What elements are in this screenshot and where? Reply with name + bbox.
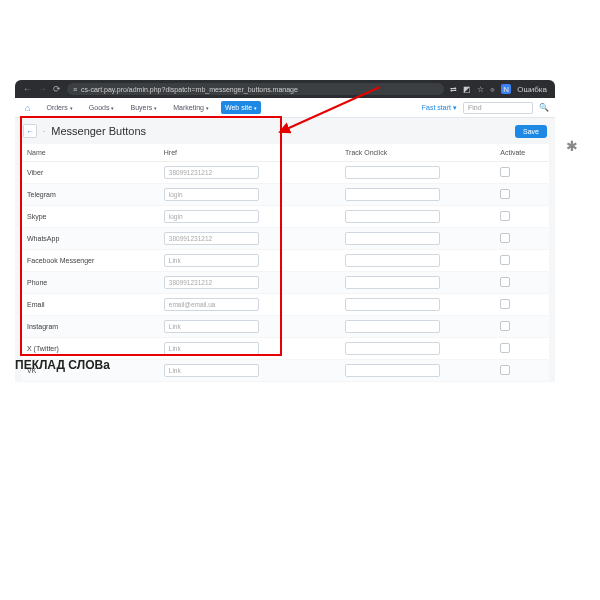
url-bar[interactable]: ≡ cs-cart.pay.pro/admin.php?dispatch=mb_… (67, 83, 444, 95)
col-name: Name (21, 144, 158, 162)
href-input[interactable]: Link (164, 364, 259, 377)
nav-goods[interactable]: Goods▾ (85, 101, 119, 114)
track-input[interactable] (345, 188, 440, 201)
nav-website[interactable]: Web site▾ (221, 101, 261, 114)
page-header: ← · Messenger Buttons Save (15, 118, 555, 144)
track-input[interactable] (345, 364, 440, 377)
track-input[interactable] (345, 276, 440, 289)
track-input[interactable] (345, 298, 440, 311)
table-row: Facebook MessengerLink (21, 250, 549, 272)
table-row: InstagramLink (21, 316, 549, 338)
href-input[interactable]: Link (164, 320, 259, 333)
table-row: WhatsApp380991231212 (21, 228, 549, 250)
activate-checkbox[interactable] (500, 211, 510, 221)
href-input[interactable]: login (164, 188, 259, 201)
row-name: Telegram (21, 184, 158, 206)
href-input[interactable]: login (164, 210, 259, 223)
table-row: Emailemail@email.ua (21, 294, 549, 316)
browser-chrome-bar: ← → ⟳ ≡ cs-cart.pay.pro/admin.php?dispat… (15, 80, 555, 98)
page-title: Messenger Buttons (51, 125, 146, 137)
row-name: Facebook Messenger (21, 250, 158, 272)
home-icon[interactable]: ⌂ (21, 100, 34, 116)
col-track: Track Onclick (315, 144, 494, 162)
admin-top-nav: ⌂ Orders▾ Goods▾ Buyers▾ Marketing▾ Web … (15, 98, 555, 118)
href-input[interactable]: 380991231212 (164, 166, 259, 179)
table-row: X (Twitter)Link (21, 338, 549, 360)
activate-checkbox[interactable] (500, 343, 510, 353)
nav-buyers[interactable]: Buyers▾ (126, 101, 161, 114)
activate-checkbox[interactable] (500, 189, 510, 199)
href-input[interactable]: 380991231212 (164, 276, 259, 289)
activate-checkbox[interactable] (500, 233, 510, 243)
href-input[interactable]: Link (164, 254, 259, 267)
href-input[interactable]: Link (164, 342, 259, 355)
track-input[interactable] (345, 210, 440, 223)
back-button[interactable]: ← (23, 124, 37, 138)
bug-icon[interactable]: ✱ (566, 138, 578, 154)
settings-table: Name Href Track Onclick Activate Viber38… (21, 144, 549, 382)
reload-icon[interactable]: ⟳ (53, 84, 61, 94)
row-name: Instagram (21, 316, 158, 338)
row-name: Viber (21, 162, 158, 184)
search-icon[interactable]: 🔍 (539, 103, 549, 112)
table-row: Viber380991231212 (21, 162, 549, 184)
nav-marketing[interactable]: Marketing▾ (169, 101, 213, 114)
table-row: Phone380991231212 (21, 272, 549, 294)
nav-forward-icon[interactable]: → (38, 84, 47, 94)
track-input[interactable] (345, 320, 440, 333)
row-name: Email (21, 294, 158, 316)
col-href: Href (158, 144, 315, 162)
nav-back-icon[interactable]: ← (23, 84, 32, 94)
nav-orders[interactable]: Orders▾ (42, 101, 76, 114)
activate-checkbox[interactable] (500, 255, 510, 265)
href-input[interactable]: 380991231212 (164, 232, 259, 245)
row-name: Skype (21, 206, 158, 228)
error-indicator[interactable]: Ошибка (517, 85, 547, 94)
row-name: Phone (21, 272, 158, 294)
activate-checkbox[interactable] (500, 167, 510, 177)
activate-checkbox[interactable] (500, 299, 510, 309)
search-input[interactable]: Find (463, 102, 533, 114)
activate-checkbox[interactable] (500, 365, 510, 375)
track-input[interactable] (345, 166, 440, 179)
href-input[interactable]: email@email.ua (164, 298, 259, 311)
fast-start-link[interactable]: Fast start▾ (422, 104, 457, 112)
track-input[interactable] (345, 342, 440, 355)
col-activate: Activate (494, 144, 549, 162)
activate-checkbox[interactable] (500, 321, 510, 331)
table-row: Telegramlogin (21, 184, 549, 206)
activate-checkbox[interactable] (500, 277, 510, 287)
table-row: Skypelogin (21, 206, 549, 228)
save-button[interactable]: Save (515, 125, 547, 138)
track-input[interactable] (345, 254, 440, 267)
url-text: cs-cart.pay.pro/admin.php?dispatch=mb_me… (81, 86, 298, 93)
row-name: X (Twitter) (21, 338, 158, 360)
extensions-icon[interactable]: ⟐ (490, 85, 495, 94)
star-icon[interactable]: ☆ (477, 85, 484, 94)
track-input[interactable] (345, 232, 440, 245)
cropped-text: ПЕКЛАД СЛОВа (15, 358, 110, 372)
user-avatar[interactable]: N (501, 84, 511, 94)
translate-icon[interactable]: ⇄ (450, 85, 457, 94)
lock-icon: ≡ (73, 86, 77, 93)
row-name: WhatsApp (21, 228, 158, 250)
qr-icon[interactable]: ◩ (463, 85, 471, 94)
